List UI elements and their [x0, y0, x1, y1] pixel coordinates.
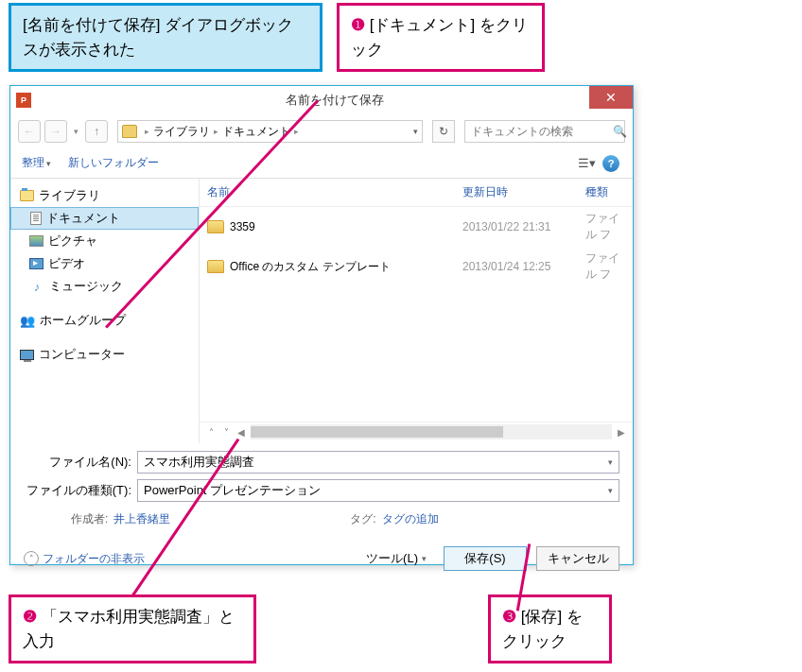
history-dropdown[interactable]: ▾ — [71, 127, 81, 136]
scroll-thumb[interactable] — [251, 426, 503, 438]
file-list: 名前 更新日時 種類 3359 2013/01/22 21:31 ファイル フ … — [200, 179, 633, 443]
step1-text: [ドキュメント] をクリック — [351, 16, 528, 59]
search-input[interactable] — [471, 125, 613, 138]
chevron-down-icon[interactable]: ▾ — [608, 486, 613, 495]
bc-libraries[interactable]: ライブラリ — [153, 124, 210, 140]
filename-label: ファイル名(N): — [24, 454, 137, 471]
toolbar: 整理▾ 新しいフォルダー ☰▾ ? — [10, 148, 633, 179]
sidebar-item-documents[interactable]: ドキュメント — [10, 207, 199, 230]
organize-menu[interactable]: 整理▾ — [22, 155, 51, 171]
title-bar: P 名前を付けて保存 ✕ — [10, 86, 633, 114]
step2-num: ❷ — [23, 608, 37, 626]
filename-input[interactable] — [144, 456, 608, 470]
bc-sep: ▸ — [210, 127, 222, 136]
tools-menu[interactable]: ツール(L)▾ — [366, 550, 427, 567]
author-label: 作成者: — [71, 512, 108, 526]
list-header: 名前 更新日時 種類 — [200, 179, 633, 207]
filename-field[interactable]: ▾ — [137, 451, 619, 474]
scroll-up-icon[interactable]: ˄ — [203, 424, 218, 439]
search-icon[interactable]: 🔍 — [613, 125, 627, 138]
chevron-down-icon[interactable]: ▾ — [608, 457, 613, 467]
folder-icon — [122, 125, 137, 138]
tag-value[interactable]: タグの追加 — [382, 512, 439, 526]
callout-step1: ❶ [ドキュメント] をクリック — [337, 3, 545, 72]
callout-step2: ❷ 「スマホ利用実態調査」と入力 — [9, 594, 256, 663]
folder-icon — [207, 260, 224, 273]
scroll-right-icon[interactable]: ▶ — [614, 424, 629, 439]
pictures-icon — [29, 235, 44, 247]
scroll-bar[interactable]: ˄ ˅ ◀ ▶ — [200, 422, 633, 443]
computer-icon — [20, 350, 34, 360]
sidebar-item-music[interactable]: ♪ミュージック — [10, 275, 199, 298]
scroll-down-icon[interactable]: ˅ — [218, 424, 234, 439]
powerpoint-icon: P — [16, 93, 31, 108]
sidebar-item-libraries[interactable]: ライブラリ — [10, 184, 199, 207]
sidebar-item-homegroup[interactable]: 👥ホームグループ — [10, 309, 199, 332]
col-type[interactable]: 種類 — [585, 184, 625, 200]
save-button[interactable]: 保存(S) — [444, 546, 527, 571]
callout-step3: ❸ [保存] をクリック — [488, 594, 612, 663]
help-button[interactable]: ? — [601, 153, 621, 174]
hide-folders-button[interactable]: ˄ フォルダーの非表示 — [24, 551, 145, 567]
step2-text: 「スマホ利用実態調査」と入力 — [23, 608, 235, 650]
nav-bar: ← → ▾ ↑ ▸ ライブラリ ▸ ドキュメント ▸ ▾ ↻ 🔍 — [10, 114, 633, 148]
form-area: ファイル名(N): ▾ ファイルの種類(T): PowerPoint プレゼンテ… — [10, 443, 633, 535]
chevron-up-icon: ˄ — [24, 551, 39, 566]
scroll-track[interactable] — [251, 424, 612, 439]
homegroup-icon: 👥 — [20, 313, 35, 328]
main-area: ライブラリ ドキュメント ピクチャ ビデオ ♪ミュージック 👥ホームグループ コ… — [10, 179, 633, 443]
help-icon: ? — [602, 155, 619, 172]
bc-sep: ▸ — [141, 127, 153, 136]
chevron-down-icon[interactable]: ▾ — [413, 127, 418, 136]
view-options-button[interactable]: ☰▾ — [576, 153, 597, 174]
list-item[interactable]: 3359 2013/01/22 21:31 ファイル フ — [200, 207, 633, 247]
col-date[interactable]: 更新日時 — [462, 184, 585, 200]
breadcrumb[interactable]: ▸ ライブラリ ▸ ドキュメント ▸ ▾ — [117, 120, 423, 143]
dialog-title: 名前を付けて保存 — [37, 92, 633, 109]
list-item[interactable]: Office のカスタム テンプレート 2013/01/24 12:25 ファイ… — [200, 247, 633, 286]
scroll-left-icon[interactable]: ◀ — [234, 424, 249, 439]
music-icon: ♪ — [29, 279, 44, 294]
filetype-label: ファイルの種類(T): — [24, 482, 137, 499]
callout-info: [名前を付けて保存] ダイアログボックスが表示された — [9, 3, 323, 72]
filetype-value: PowerPoint プレゼンテーション — [144, 482, 321, 499]
search-box[interactable]: 🔍 — [464, 120, 625, 143]
folder-icon — [207, 220, 224, 233]
forward-button[interactable]: → — [44, 120, 67, 143]
sidebar-item-computer[interactable]: コンピューター — [10, 343, 199, 366]
author-value[interactable]: 井上香緒里 — [113, 512, 170, 526]
bottom-bar: ˄ フォルダーの非表示 ツール(L)▾ 保存(S) キャンセル — [10, 535, 633, 582]
tag-label: タグ: — [350, 512, 375, 526]
close-icon: ✕ — [605, 90, 617, 105]
save-as-dialog: P 名前を付けて保存 ✕ ← → ▾ ↑ ▸ ライブラリ ▸ ドキュメント ▸ … — [9, 85, 634, 565]
videos-icon — [29, 258, 44, 269]
step3-num: ❸ — [502, 608, 516, 626]
back-button[interactable]: ← — [18, 120, 41, 143]
sidebar-item-pictures[interactable]: ピクチャ — [10, 230, 199, 252]
cancel-button[interactable]: キャンセル — [536, 546, 619, 571]
callout-info-text: [名前を付けて保存] ダイアログボックスが表示された — [23, 16, 293, 59]
document-icon — [30, 212, 42, 225]
refresh-button[interactable]: ↻ — [432, 120, 455, 143]
col-name[interactable]: 名前 — [207, 184, 462, 200]
up-button[interactable]: ↑ — [85, 120, 108, 143]
library-icon — [20, 190, 34, 201]
step1-num: ❶ — [351, 16, 365, 34]
new-folder-button[interactable]: 新しいフォルダー — [68, 155, 159, 171]
close-button[interactable]: ✕ — [589, 86, 633, 109]
sidebar: ライブラリ ドキュメント ピクチャ ビデオ ♪ミュージック 👥ホームグループ コ… — [10, 179, 200, 443]
